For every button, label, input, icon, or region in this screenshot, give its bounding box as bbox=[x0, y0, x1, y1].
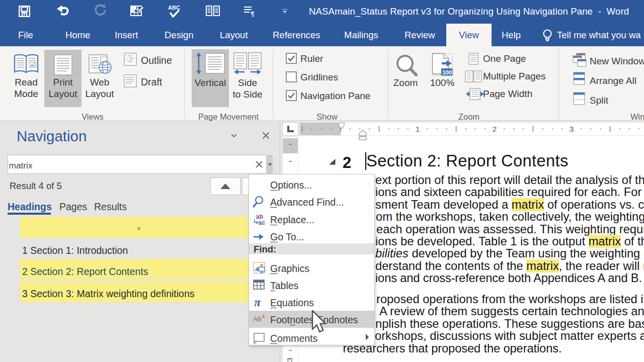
svg-text:3: 3 bbox=[285, 357, 294, 362]
svg-text:π: π bbox=[254, 296, 261, 308]
svg-text:3: 3 bbox=[570, 125, 574, 133]
svg-text:ac: ac bbox=[258, 219, 265, 225]
svg-text:¶: ¶ bbox=[251, 10, 255, 17]
svg-text:ABC: ABC bbox=[168, 5, 180, 11]
svg-text:1: 1 bbox=[416, 125, 420, 133]
svg-text:100: 100 bbox=[442, 69, 452, 75]
svg-text:2: 2 bbox=[493, 125, 497, 133]
svg-text:AB: AB bbox=[253, 315, 262, 323]
svg-text:1: 1 bbox=[262, 313, 265, 319]
